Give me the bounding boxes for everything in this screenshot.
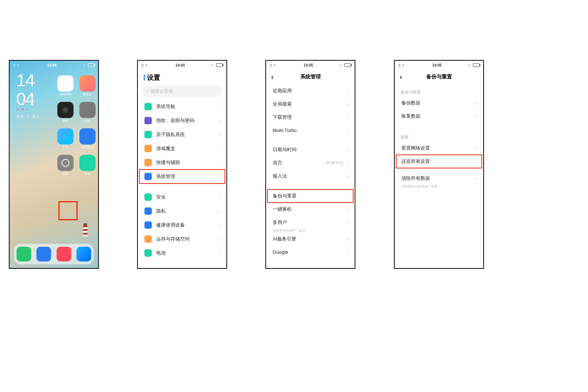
row-多用户[interactable]: 多用户›当前登录的用户：机主	[268, 216, 353, 232]
row-语言[interactable]: 语言简体中文›	[268, 156, 353, 170]
row-日期与时间[interactable]: 日期与时间›	[268, 143, 353, 156]
row-原子隐私系统[interactable]: 原子隐私系统›	[139, 128, 225, 142]
row-label: 备份与重置	[273, 193, 346, 199]
chevron-right-icon: ›	[218, 250, 220, 256]
app-设置[interactable]: 设置	[57, 155, 74, 171]
row-游戏魔盒[interactable]: 游戏魔盒›	[139, 142, 225, 156]
chevron-right-icon: ›	[218, 194, 220, 200]
battery-icon	[344, 63, 351, 67]
row-恢复数据[interactable]: 恢复数据›	[396, 110, 482, 123]
row-label: 隐私	[156, 208, 218, 214]
app-便签时钟[interactable]: 便签时钟	[57, 75, 74, 92]
row-label: Multi-Turbo	[273, 128, 346, 133]
search-input[interactable]: ⌕ 搜索设置项	[142, 86, 222, 97]
row-label: 恢复数据	[401, 113, 475, 120]
row-label: 原子隐私系统	[156, 131, 218, 138]
row-icon	[144, 145, 152, 152]
row-label: 清除所有数据	[401, 175, 475, 182]
chevron-right-icon: ›	[346, 206, 348, 212]
chevron-right-icon: ›	[218, 104, 220, 110]
chevron-right-icon: ›	[346, 236, 348, 242]
app-文件[interactable]: 文件	[79, 102, 96, 118]
row-还原所有设置[interactable]: 还原所有设置›	[396, 155, 482, 168]
chevron-right-icon: ›	[475, 145, 477, 151]
chevron-right-icon: ›	[218, 118, 220, 124]
row-icon	[144, 159, 152, 166]
row-icon	[144, 235, 152, 243]
chevron-right-icon: ›	[346, 101, 348, 107]
row-快捷与辅助[interactable]: 快捷与辅助›	[139, 156, 225, 170]
sys-list-2: 日期与时间›语言简体中文›输入法›	[266, 143, 355, 183]
battery-icon	[88, 63, 94, 67]
do-not-disturb-icon: ☾	[340, 63, 343, 67]
row-label: 近期应用	[273, 88, 346, 94]
row-icon	[144, 207, 152, 215]
row-label: 日期与时间	[273, 146, 346, 153]
row-label: 输入法	[273, 173, 346, 179]
row-安全[interactable]: 安全›	[139, 190, 225, 204]
app-管家[interactable]: 管家	[79, 155, 96, 171]
erase-list: 清除所有数据›清除数据并恢复出厂设置。	[395, 172, 483, 188]
status-bar: ▯ᯤ 14:05 ☾	[266, 61, 355, 70]
row-一键换机[interactable]: 一键换机›	[268, 203, 353, 216]
chevron-right-icon: ›	[475, 158, 477, 164]
row-label: 系统导航	[156, 103, 218, 110]
row-系统管理[interactable]: 系统管理›	[139, 170, 225, 183]
row-icon	[144, 117, 152, 124]
dock-browser[interactable]	[36, 247, 51, 261]
row-全局搜索[interactable]: 全局搜索›	[268, 97, 353, 111]
row-备份与重置[interactable]: 备份与重置›	[268, 189, 353, 203]
app-相机[interactable]: 相机	[57, 102, 74, 118]
app-变形器[interactable]: 变形器	[79, 75, 96, 92]
row-运存与存储空间[interactable]: 运存与存储空间›	[139, 232, 225, 246]
row-备份数据[interactable]: 备份数据›	[396, 96, 482, 110]
wifi-icon: ᯤ	[17, 63, 21, 67]
app-天气[interactable]: 天气	[57, 128, 74, 145]
app-label: 设置	[57, 172, 74, 176]
row-下载管理[interactable]: 下载管理›	[268, 111, 353, 124]
phone-home-screen: ▯ᯤ 14:04 ☾ 14 04 F R I 04 / 01 便签时钟变形器相机…	[9, 60, 99, 269]
app-label: 管家	[79, 172, 96, 176]
row-AI服务引擎[interactable]: AI服务引擎›	[268, 232, 353, 246]
row-清除所有数据[interactable]: 清除所有数据›清除数据并恢复出厂设置。	[396, 172, 482, 188]
chevron-right-icon: ›	[346, 160, 348, 166]
status-bar: ▯ᯤ 14:04 ☾	[10, 61, 98, 70]
phone-settings: ▯ᯤ 14:04 ☾ 设置 ⌕ 搜索设置项 系统导航›指纹、面部与密码›原子隐私…	[137, 60, 227, 269]
row-电池[interactable]: 电池›	[139, 246, 225, 260]
row-label: 语言	[273, 160, 326, 166]
sys-list-1: 近期应用›全局搜索›下载管理›Multi-Turbo›	[266, 84, 355, 136]
dock-phone[interactable]	[17, 247, 31, 261]
row-系统导航[interactable]: 系统导航›	[139, 100, 225, 114]
row-重置网络设置[interactable]: 重置网络设置›	[396, 142, 482, 155]
section-backup-restore: 备份与恢复	[395, 84, 483, 96]
row-近期应用[interactable]: 近期应用›	[268, 84, 353, 97]
app-label: 应用商店	[79, 145, 96, 149]
row-value: 简体中文	[326, 160, 344, 166]
sim-icon: ▯	[270, 63, 272, 67]
row-icon	[144, 221, 152, 229]
row-label: 下载管理	[273, 114, 346, 121]
chevron-right-icon: ›	[346, 114, 348, 120]
row-label: 一键换机	[273, 206, 346, 213]
row-Google[interactable]: Google›	[268, 246, 353, 258]
dock-vivo[interactable]	[76, 247, 91, 261]
search-placeholder: 搜索设置项	[151, 88, 173, 95]
chevron-right-icon: ›	[346, 220, 348, 225]
dock-music[interactable]	[57, 247, 71, 261]
sim-icon: ▯	[13, 63, 15, 67]
row-label: 安全	[156, 194, 218, 200]
chevron-right-icon: ›	[346, 173, 348, 179]
row-隐私[interactable]: 隐私›	[139, 204, 225, 218]
row-Multi-Turbo[interactable]: Multi-Turbo›	[268, 124, 353, 136]
row-健康使用设备[interactable]: 健康使用设备›	[139, 218, 225, 232]
row-icon	[144, 249, 152, 257]
chevron-right-icon: ›	[475, 175, 477, 181]
row-label: 系统管理	[156, 173, 218, 180]
row-label: 多用户	[273, 219, 346, 226]
chevron-right-icon: ›	[218, 208, 220, 214]
row-指纹、面部与密码[interactable]: 指纹、面部与密码›	[139, 114, 225, 128]
app-应用商店[interactable]: 应用商店	[79, 128, 96, 145]
row-输入法[interactable]: 输入法›	[268, 170, 353, 183]
reset-list: 重置网络设置›还原所有设置›	[395, 142, 483, 168]
status-bar: ▯ᯤ 14:04 ☾	[138, 61, 226, 70]
